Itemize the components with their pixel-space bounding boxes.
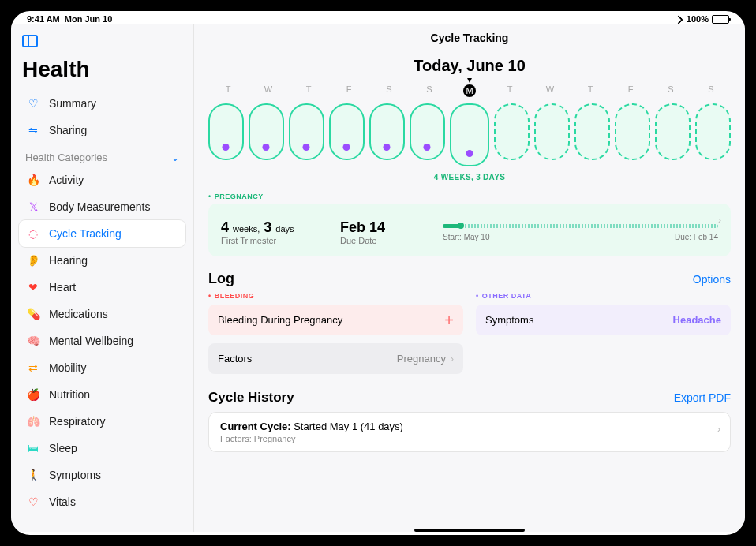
day-letter: M (451, 84, 488, 97)
category-icon: 🛏 (25, 440, 41, 456)
sidebar-item-hearing[interactable]: 👂Hearing (19, 247, 185, 274)
sidebar-item-cycle-tracking[interactable]: ◌Cycle Tracking (19, 220, 185, 247)
cycle-day-pill[interactable] (289, 103, 324, 160)
symptoms-row[interactable]: Symptoms Headache (476, 305, 731, 335)
day-letter: S (371, 84, 407, 97)
sidebar-item-summary[interactable]: ♡ Summary (19, 90, 185, 117)
chevron-right-icon: › (718, 215, 721, 226)
sidebar-item-medications[interactable]: 💊Medications (19, 301, 185, 327)
sidebar-item-respiratory[interactable]: 🫁Respiratory (19, 408, 185, 435)
sidebar-item-mobility[interactable]: ⇄Mobility (19, 354, 185, 381)
factors-value: Pregnancy (397, 353, 446, 365)
log-options-button[interactable]: Options (693, 273, 731, 286)
cycle-day-pill[interactable] (329, 103, 365, 160)
cycle-day-pill[interactable] (615, 103, 650, 160)
sidebar-item-label: Sleep (49, 442, 77, 454)
cycle-day-pill[interactable] (494, 103, 530, 160)
cycle-day-pill[interactable] (534, 103, 570, 160)
sidebar-item-vitals[interactable]: ♡Vitals (19, 488, 185, 515)
sidebar-item-symptoms[interactable]: 🚶Symptoms (19, 462, 185, 488)
sidebar-item-label: Body Measurements (49, 200, 150, 213)
home-indicator[interactable] (414, 529, 525, 532)
gest-weeks-days: 4 weeks, 3 days (221, 219, 308, 236)
health-categories-header[interactable]: Health Categories ⌄ (19, 144, 185, 166)
category-icon: ⇄ (25, 360, 41, 376)
day-letter: T (210, 84, 246, 97)
category-icon: 💊 (25, 306, 41, 322)
pregnancy-dot (223, 144, 230, 151)
gestational-age-label: 4 WEEKS, 3 DAYS (208, 173, 731, 181)
cycle-day-pill[interactable] (369, 103, 405, 160)
pregnancy-card[interactable]: › 4 weeks, 3 days First Trimester Feb 14… (208, 204, 731, 256)
pregnancy-dot (303, 144, 310, 151)
pregnancy-dot (263, 144, 270, 151)
sidebar-item-label: Mental Wellbeing (49, 335, 133, 347)
cycle-day-pill[interactable] (655, 103, 691, 160)
chevron-right-icon: › (717, 424, 720, 435)
sidebar-item-activity[interactable]: 🔥Activity (19, 166, 185, 193)
status-date: Mon Jun 10 (65, 14, 113, 24)
category-icon: ◌ (25, 226, 41, 241)
day-letter: T (572, 84, 608, 97)
cycle-day-pill[interactable] (249, 103, 284, 160)
chevron-down-icon: ⌄ (171, 152, 179, 163)
other-data-tag: OTHER DATA (476, 292, 731, 300)
sidebar-item-heart[interactable]: ❤Heart (19, 274, 185, 301)
category-icon: ♡ (25, 494, 41, 510)
cycle-pill-row[interactable] (208, 103, 731, 166)
sidebar-item-sharing[interactable]: ⇋ Sharing (19, 117, 185, 144)
cycle-day-pill[interactable] (208, 103, 244, 160)
export-pdf-button[interactable]: Export PDF (674, 391, 731, 404)
today-day-letter: M (463, 84, 476, 97)
category-icon: 𝕏 (25, 199, 41, 215)
factors-label: Factors (218, 353, 252, 365)
heart-outline-icon: ♡ (25, 95, 41, 111)
bleeding-tag: BLEEDING (208, 292, 463, 300)
sidebar: Health ♡ Summary ⇋ Sharing Health Catego… (11, 24, 194, 532)
sidebar-item-sleep[interactable]: 🛏Sleep (19, 435, 185, 462)
cycle-day-pill[interactable] (410, 103, 445, 160)
sidebar-item-label: Mobility (49, 361, 86, 374)
app-title: Health (22, 57, 185, 82)
pregnancy-dot (384, 144, 391, 151)
sidebar-item-label: Vitals (49, 496, 76, 508)
log-title: Log (208, 271, 234, 287)
wifi-icon (674, 15, 683, 24)
sidebar-item-mental-wellbeing[interactable]: 🧠Mental Wellbeing (19, 327, 185, 354)
sidebar-item-body-measurements[interactable]: 𝕏Body Measurements (19, 193, 185, 220)
status-time: 9:41 AM (27, 14, 60, 24)
day-letter: S (693, 84, 729, 97)
due-date-value: Feb 14 (340, 219, 427, 236)
sidebar-item-label: Nutrition (49, 388, 90, 401)
pregnancy-progress-bar (443, 224, 718, 228)
category-icon: 🫁 (25, 413, 41, 429)
sidebar-item-label: Sharing (49, 124, 87, 136)
bleeding-row[interactable]: Bleeding During Pregnancy + (208, 305, 463, 335)
day-letter-row: TWTFSSMTWTFSS (208, 84, 731, 97)
cycle-day-pill[interactable] (695, 103, 731, 160)
category-icon: 🍎 (25, 387, 41, 402)
current-cycle-line: Current Cycle: Started May 1 (41 days) (220, 421, 719, 432)
trimester-label: First Trimester (221, 236, 308, 245)
day-letter: F (612, 84, 649, 97)
battery-percent: 100% (687, 14, 709, 24)
chevron-right-icon: › (451, 353, 454, 365)
battery-icon (712, 15, 729, 24)
category-icon: 👂 (25, 252, 41, 268)
progress-due-label: Due: Feb 14 (675, 233, 718, 241)
day-letter: W (250, 84, 286, 97)
due-date-label: Due Date (340, 236, 427, 245)
main-content: Cycle Tracking Today, June 10 TWTFSSMTWT… (194, 24, 745, 532)
cycle-day-pill-today[interactable] (450, 103, 490, 166)
sidebar-toggle-icon[interactable] (22, 35, 38, 47)
pregnancy-dot (424, 144, 431, 151)
day-letter: T (492, 84, 528, 97)
category-icon: 🔥 (25, 172, 41, 188)
sidebar-item-label: Summary (49, 97, 96, 110)
cycle-day-pill[interactable] (574, 103, 610, 160)
factors-row[interactable]: Factors Pregnancy › (208, 343, 463, 374)
sidebar-item-nutrition[interactable]: 🍎Nutrition (19, 381, 185, 408)
cycle-history-card[interactable]: › Current Cycle: Started May 1 (41 days)… (208, 412, 731, 452)
progress-start-label: Start: May 10 (443, 233, 489, 241)
sidebar-item-label: Medications (49, 308, 108, 320)
